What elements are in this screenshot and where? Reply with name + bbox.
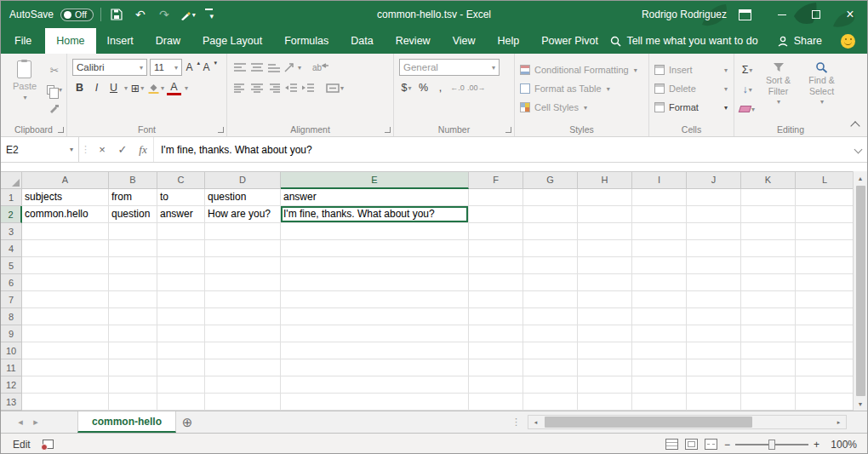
row-header-9[interactable]: 9 [1,325,22,342]
row-header-12[interactable]: 12 [1,376,22,394]
italic-button[interactable]: I [89,80,104,95]
cell-H9[interactable] [578,325,632,342]
cell-B11[interactable] [109,359,157,376]
share-button[interactable]: Share [777,35,822,47]
cell-F8[interactable] [469,308,523,325]
cell-C4[interactable] [157,240,205,257]
cell-K3[interactable] [741,223,796,240]
column-header-B[interactable]: B [109,171,157,189]
cell-A1[interactable]: subjects [22,189,109,206]
cell-H7[interactable] [578,291,632,308]
cell-styles-button[interactable]: Cell Styles▾ [520,101,644,114]
cell-J10[interactable] [687,342,741,359]
cell-C12[interactable] [157,376,205,394]
cell-L7[interactable] [796,291,854,308]
cell-H4[interactable] [578,240,632,257]
cell-G11[interactable] [523,359,578,376]
splitter-dots-icon[interactable]: ⋮ [511,411,521,433]
cell-J13[interactable] [687,394,741,411]
cell-I4[interactable] [632,240,687,257]
format-painter-button[interactable] [47,101,62,117]
cell-H10[interactable] [578,342,632,359]
cell-D4[interactable] [205,240,281,257]
row-header-11[interactable]: 11 [1,359,22,376]
cell-B8[interactable] [109,308,157,325]
cell-K6[interactable] [741,274,796,291]
cell-D1[interactable]: question [205,189,281,206]
cell-D9[interactable] [205,325,281,342]
bottom-align-button[interactable] [266,60,281,75]
zoom-slider-thumb[interactable] [768,440,775,450]
cell-G13[interactable] [523,394,578,411]
align-left-button[interactable] [232,80,247,95]
cell-I5[interactable] [632,257,687,274]
cell-K10[interactable] [741,342,796,359]
cell-F9[interactable] [469,325,523,342]
cell-J11[interactable] [687,359,741,376]
decrease-decimal-button[interactable]: .00→ [467,80,486,95]
zoom-percentage[interactable]: 100% [826,439,857,451]
column-header-I[interactable]: I [632,171,687,189]
cell-C2[interactable]: answer [157,206,205,223]
cell-J2[interactable] [687,206,741,223]
ribbon-display-options-button[interactable] [739,9,751,20]
scroll-right-icon[interactable]: ▸ [831,416,846,428]
cell-E13[interactable] [281,394,469,411]
bold-button[interactable]: B [72,80,87,95]
cell-C10[interactable] [157,342,205,359]
cell-C7[interactable] [157,291,205,308]
cell-E9[interactable] [281,325,469,342]
cell-A2[interactable]: common.hello [22,206,109,223]
find-select-button[interactable]: Find & Select ▾ [802,57,842,120]
align-center-button[interactable] [249,80,264,95]
tab-help[interactable]: Help [487,28,531,54]
cell-C6[interactable] [157,274,205,291]
cell-K9[interactable] [741,325,796,342]
cell-C9[interactable] [157,325,205,342]
cell-L9[interactable] [796,325,854,342]
tab-view[interactable]: View [442,28,487,54]
cell-I12[interactable] [632,376,687,394]
minimize-button[interactable] [765,1,799,28]
cell-C13[interactable] [157,394,205,411]
column-header-H[interactable]: H [578,171,632,189]
cell-C1[interactable]: to [157,189,205,206]
sheet-scroll-left-button[interactable]: ◂ [13,411,28,433]
wrap-text-button[interactable]: ab [312,60,330,75]
tab-draw[interactable]: Draw [145,28,191,54]
column-header-E[interactable]: E [281,171,469,189]
cell-G4[interactable] [523,240,578,257]
cell-A3[interactable] [22,223,109,240]
format-cells-button[interactable]: Format▾ [654,101,728,114]
row-header-8[interactable]: 8 [1,308,22,325]
tab-file[interactable]: File [1,28,45,54]
cancel-button[interactable]: × [92,143,112,156]
column-header-J[interactable]: J [687,171,741,189]
cell-H6[interactable] [578,274,632,291]
cell-H11[interactable] [578,359,632,376]
cell-E6[interactable] [281,274,469,291]
zoom-slider[interactable] [735,444,808,445]
cell-A4[interactable] [22,240,109,257]
cell-D2[interactable]: How are you? [205,206,281,223]
row-header-7[interactable]: 7 [1,291,22,308]
row-header-5[interactable]: 5 [1,257,22,274]
column-header-L[interactable]: L [796,171,854,189]
cell-J5[interactable] [687,257,741,274]
cell-E12[interactable] [281,376,469,394]
cell-K13[interactable] [741,394,796,411]
cell-G2[interactable] [523,206,578,223]
cell-F5[interactable] [469,257,523,274]
cell-G8[interactable] [523,308,578,325]
column-header-K[interactable]: K [741,171,796,189]
vertical-scrollbar-thumb[interactable] [856,186,865,396]
scroll-down-icon[interactable]: ▼ [854,397,867,411]
sheet-scroll-right-button[interactable]: ▸ [28,411,43,433]
fill-color-button[interactable]: ▾ [147,80,164,95]
cell-B1[interactable]: from [109,189,157,206]
cell-K12[interactable] [741,376,796,394]
cell-I11[interactable] [632,359,687,376]
cell-C11[interactable] [157,359,205,376]
cell-L13[interactable] [796,394,854,411]
decrease-indent-button[interactable] [283,80,298,95]
